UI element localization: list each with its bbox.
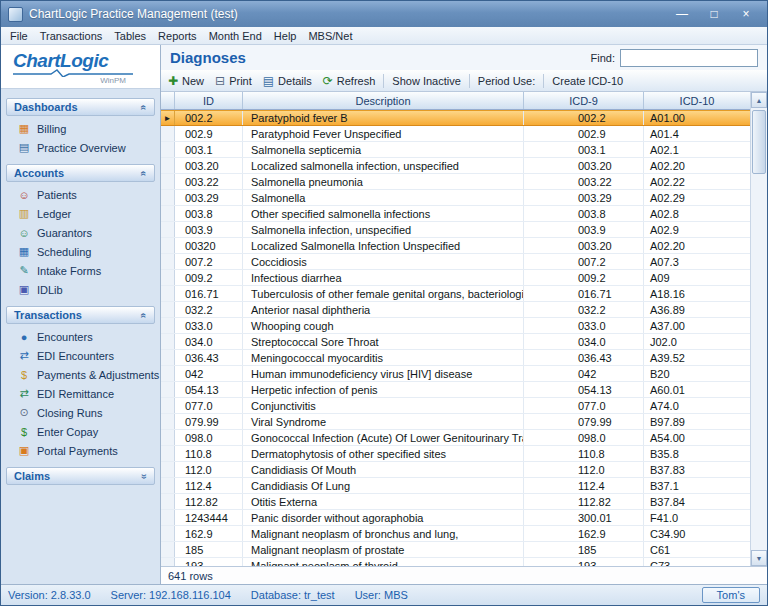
table-row[interactable]: 042Human immunodeficiency virus [HIV] di… xyxy=(161,366,750,382)
cell-id: 185 xyxy=(175,542,243,557)
toolbar-new-button[interactable]: ✚New xyxy=(168,75,204,87)
section-label: Claims xyxy=(14,470,50,482)
sidebar-section-transactions[interactable]: Transactions« xyxy=(6,306,155,324)
cell-icd-10: C73 xyxy=(644,558,750,566)
cell-description: Dermatophytosis of other specified sites xyxy=(243,446,524,461)
column-header-id[interactable]: ID xyxy=(175,92,243,109)
table-row[interactable]: 112.0Candidiasis Of Mouth112.0B37.83 xyxy=(161,462,750,478)
table-row[interactable]: 185Malignant neoplasm of prostate185C61 xyxy=(161,542,750,558)
toolbar-refresh-button[interactable]: ⟳Refresh xyxy=(323,75,376,87)
menu-file[interactable]: File xyxy=(4,29,34,43)
table-row[interactable]: 00320Localized Salmonella Infection Unsp… xyxy=(161,238,750,254)
menu-mbs-net[interactable]: MBS/Net xyxy=(302,29,358,43)
cell-description: Meningococcal myocarditis xyxy=(243,350,524,365)
column-header-icd-10[interactable]: ICD-10 xyxy=(644,92,750,109)
table-row[interactable]: 193Malignant neoplasm of thyroid193C73 xyxy=(161,558,750,566)
sidebar-item-portal-payments[interactable]: ▣Portal Payments xyxy=(1,441,160,460)
row-selector xyxy=(161,542,175,557)
scrollbar-track[interactable] xyxy=(751,108,767,550)
menu-month-end[interactable]: Month End xyxy=(203,29,268,43)
sidebar-section-accounts[interactable]: Accounts« xyxy=(6,164,155,182)
sidebar-item-ledger[interactable]: ▥Ledger xyxy=(1,204,160,223)
sidebar-item-intake-forms[interactable]: ✎Intake Forms xyxy=(1,261,160,280)
title-bar[interactable]: ChartLogic Practice Management (test) —□… xyxy=(1,1,767,27)
vertical-scrollbar[interactable]: ▲ ▼ xyxy=(750,92,767,566)
toolbar-create-icd-10-button[interactable]: Create ICD-10 xyxy=(552,75,623,87)
table-row[interactable]: 003.8Other specified salmonella infectio… xyxy=(161,206,750,222)
cell-icd-10: B97.89 xyxy=(644,414,750,429)
cell-description: Paratyphoid Fever Unspecified xyxy=(243,126,524,141)
toolbar-print-button[interactable]: ⊟Print xyxy=(215,75,252,87)
toolbar-button-label: Create ICD-10 xyxy=(552,75,623,87)
print-icon: ⊟ xyxy=(215,75,225,87)
scrollbar-up-button[interactable]: ▲ xyxy=(751,92,767,108)
table-row[interactable]: 009.2Infectious diarrhea009.2A09 xyxy=(161,270,750,286)
scrollbar-down-button[interactable]: ▼ xyxy=(751,550,767,566)
scrollbar-thumb[interactable] xyxy=(752,110,766,174)
table-row[interactable]: 110.8Dermatophytosis of other specified … xyxy=(161,446,750,462)
table-row[interactable]: 016.71Tuberculosis of other female genit… xyxy=(161,286,750,302)
row-selector-arrow-icon: ► xyxy=(161,111,175,125)
table-row[interactable]: 003.9Salmonella infection, unspecified00… xyxy=(161,222,750,238)
table-row[interactable]: 079.99Viral Syndrome079.99B97.89 xyxy=(161,414,750,430)
table-row[interactable]: 036.43Meningococcal myocarditis036.43A39… xyxy=(161,350,750,366)
user-badge-label: Tom's xyxy=(717,589,745,601)
user-badge[interactable]: Tom's xyxy=(702,587,760,603)
sidebar-item-idlib[interactable]: ▣IDLib xyxy=(1,280,160,299)
table-row[interactable]: 032.2Anterior nasal diphtheria032.2A36.8… xyxy=(161,302,750,318)
sidebar-item-encounters[interactable]: ●Encounters xyxy=(1,327,160,346)
sidebar-item-enter-copay[interactable]: $Enter Copay xyxy=(1,422,160,441)
toolbar-period-use-button[interactable]: Period Use: xyxy=(478,75,535,87)
table-row[interactable]: 034.0Streptococcal Sore Throat034.0J02.0 xyxy=(161,334,750,350)
window-title: ChartLogic Practice Management (test) xyxy=(29,7,674,21)
menu-tables[interactable]: Tables xyxy=(108,29,152,43)
table-row[interactable]: 054.13Herpetic infection of penis054.13A… xyxy=(161,382,750,398)
main-content: Diagnoses Find: ✚New⊟Print▤Details⟳Refre… xyxy=(161,45,767,584)
sidebar-item-guarantors[interactable]: ☺Guarantors xyxy=(1,223,160,242)
table-row[interactable]: 003.22Salmonella pneumonia003.22A02.22 xyxy=(161,174,750,190)
sidebar-item-billing[interactable]: ▦Billing xyxy=(1,119,160,138)
sidebar-item-scheduling[interactable]: ▦Scheduling xyxy=(1,242,160,261)
sidebar-section-dashboards[interactable]: Dashboards« xyxy=(6,98,155,116)
table-row[interactable]: 1243444Panic disorder without agoraphobi… xyxy=(161,510,750,526)
menu-reports[interactable]: Reports xyxy=(152,29,203,43)
minimize-button[interactable]: — xyxy=(674,7,690,21)
find-input[interactable] xyxy=(620,49,758,67)
toolbar-show-inactive-button[interactable]: Show Inactive xyxy=(392,75,460,87)
sidebar-item-payments-adjustments[interactable]: $Payments & Adjustments xyxy=(1,365,160,384)
column-header-description[interactable]: Description xyxy=(243,92,524,109)
column-header-icd-9[interactable]: ICD-9 xyxy=(524,92,644,109)
cell-id: 079.99 xyxy=(175,414,243,429)
cell-icd-9: 042 xyxy=(524,366,644,381)
table-row[interactable]: 033.0Whooping cough033.0A37.00 xyxy=(161,318,750,334)
table-row[interactable]: 077.0Conjunctivitis077.0A74.0 xyxy=(161,398,750,414)
sidebar-item-edi-encounters[interactable]: ⇄EDI Encounters xyxy=(1,346,160,365)
sidebar-item-practice-overview[interactable]: ▤Practice Overview xyxy=(1,138,160,157)
cell-id: 003.29 xyxy=(175,190,243,205)
row-selector xyxy=(161,430,175,445)
menu-transactions[interactable]: Transactions xyxy=(34,29,109,43)
table-row[interactable]: 003.1Salmonella septicemia003.1A02.1 xyxy=(161,142,750,158)
close-button[interactable]: × xyxy=(738,7,754,21)
chartlogic-logo: ChartLogic WinPM xyxy=(1,45,160,89)
table-row[interactable]: 162.9Malignant neoplasm of bronchus and … xyxy=(161,526,750,542)
menu-help[interactable]: Help xyxy=(268,29,303,43)
grid-header: IDDescriptionICD-9ICD-10 xyxy=(161,92,750,110)
table-row[interactable]: 098.0Gonococcal Infection (Acute) Of Low… xyxy=(161,430,750,446)
table-row[interactable]: ►002.2Paratyphoid fever B002.2A01.00 xyxy=(161,110,750,126)
table-row[interactable]: 003.20Localized salmonella infection, un… xyxy=(161,158,750,174)
edi-encounters-icon: ⇄ xyxy=(16,349,32,362)
table-row[interactable]: 002.9Paratyphoid Fever Unspecified002.9A… xyxy=(161,126,750,142)
table-row[interactable]: 112.82Otitis Externa112.82B37.84 xyxy=(161,494,750,510)
maximize-button[interactable]: □ xyxy=(706,7,722,21)
sidebar-item-patients[interactable]: ☺Patients xyxy=(1,185,160,204)
sidebar-item-edi-remittance[interactable]: ⇄EDI Remittance xyxy=(1,384,160,403)
cell-id: 1243444 xyxy=(175,510,243,525)
table-row[interactable]: 003.29Salmonella003.29A02.29 xyxy=(161,190,750,206)
toolbar-details-button[interactable]: ▤Details xyxy=(263,75,312,87)
sidebar-item-closing-runs[interactable]: ⊙Closing Runs xyxy=(1,403,160,422)
sidebar-section-claims[interactable]: Claims« xyxy=(6,467,155,485)
table-row[interactable]: 007.2Coccidiosis007.2A07.3 xyxy=(161,254,750,270)
cell-id: 003.8 xyxy=(175,206,243,221)
table-row[interactable]: 112.4Candidiasis Of Lung112.4B37.1 xyxy=(161,478,750,494)
